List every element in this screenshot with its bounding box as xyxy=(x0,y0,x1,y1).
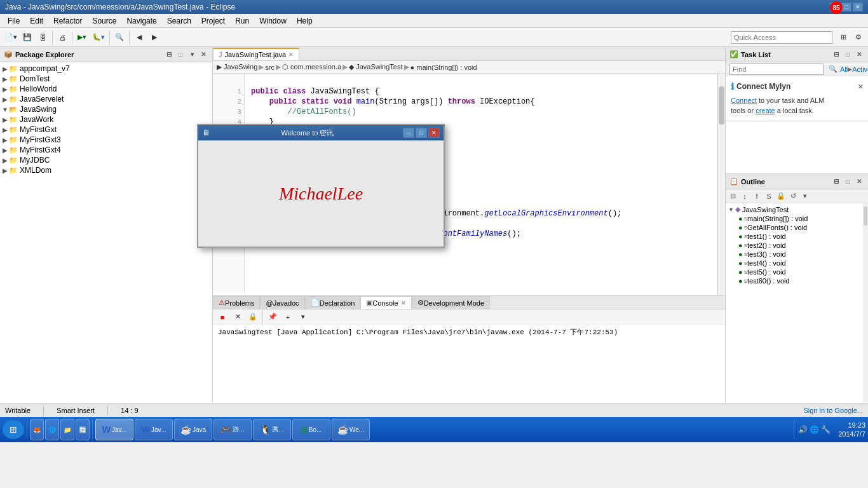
tree-item-domtest[interactable]: ▶ 📁 DomTest xyxy=(0,74,212,84)
console-new-button[interactable]: + xyxy=(281,310,295,324)
outline-hide-static[interactable]: S xyxy=(763,191,775,202)
menu-edit[interactable]: Edit xyxy=(25,15,48,27)
tab-devmode[interactable]: ⚙ Development Mode xyxy=(412,296,490,309)
tree-item-myfirstgxt3[interactable]: ▶ 📁 MyFirstGxt3 xyxy=(0,135,212,145)
breadcrumb-class[interactable]: ◆ JavaSwingTest xyxy=(349,63,402,71)
menu-navigate[interactable]: Navigate xyxy=(121,15,161,27)
outline-sort[interactable]: ↕ xyxy=(739,191,750,202)
task-find-input[interactable] xyxy=(729,64,824,75)
save-all-button[interactable]: 🗄 xyxy=(36,30,50,44)
task-all-label[interactable]: All xyxy=(840,65,848,73)
tree-item-javaservelet[interactable]: ▶ 📁 JavaServelet xyxy=(0,94,212,104)
task-minimize-button[interactable]: ⊟ xyxy=(831,50,841,60)
menu-window[interactable]: Window xyxy=(254,15,292,27)
outline-class-javaswingtest[interactable]: ▼ ◆ JavaSwingTest xyxy=(726,205,868,214)
outline-sync[interactable]: ↺ xyxy=(787,191,799,202)
tree-item-xmldom[interactable]: ▶ 📁 XMLDom xyxy=(0,165,212,175)
task-maximize-button[interactable]: □ xyxy=(843,50,853,60)
outline-method-main[interactable]: ● S main(String[]) : void xyxy=(726,214,868,223)
outline-scrollbar[interactable] xyxy=(863,203,868,403)
sign-in-google[interactable]: Sign in to Google... xyxy=(803,407,863,414)
menu-search[interactable]: Search xyxy=(162,15,196,27)
taskbar-java2[interactable]: 🎮 游... xyxy=(214,419,252,440)
tree-item-javawork[interactable]: ▶ 📁 JavaWork xyxy=(0,114,212,125)
taskbar-qq[interactable]: 🐧 腾... xyxy=(253,419,291,440)
taskbar-wps3[interactable]: B Bo... xyxy=(292,419,330,440)
outline-method-test3[interactable]: ● S test3() : void xyxy=(726,250,868,259)
breadcrumb-src[interactable]: src xyxy=(265,64,275,71)
tab-problems[interactable]: ⚠ Problems xyxy=(213,296,260,309)
run-button[interactable]: ▶▾ xyxy=(75,30,89,44)
next-edit-button[interactable]: ▶ xyxy=(147,30,161,44)
taskbar-files[interactable]: 📁 xyxy=(60,419,74,440)
task-close-button[interactable]: ✕ xyxy=(854,50,864,60)
outline-method-getallfons[interactable]: ● S GetAllFonts() : void xyxy=(726,223,868,232)
perspective-button[interactable]: ⊞ xyxy=(836,30,850,44)
outline-close-button[interactable]: ✕ xyxy=(854,177,864,187)
taskbar-eclipse[interactable]: ☕ Java xyxy=(174,419,212,440)
menu-file[interactable]: File xyxy=(3,15,25,27)
search-button[interactable]: 🔍 xyxy=(112,30,126,44)
maximize-panel-button[interactable]: □ xyxy=(175,50,186,60)
outline-method-test4[interactable]: ● S test4() : void xyxy=(726,259,868,268)
print-button[interactable]: 🖨 xyxy=(55,30,69,44)
close-panel-button[interactable]: ✕ xyxy=(198,50,208,60)
tree-item-helloworld[interactable]: ▶ 📁 HelloWorld xyxy=(0,84,212,94)
outline-method-test5[interactable]: ● S test5() : void xyxy=(726,268,868,276)
console-stop-button[interactable]: ■ xyxy=(215,310,229,324)
menu-project[interactable]: Project xyxy=(196,15,230,27)
maximize-button[interactable]: □ xyxy=(841,3,851,11)
dialog-maximize-button[interactable]: □ xyxy=(416,128,427,138)
menu-source[interactable]: Source xyxy=(87,15,121,27)
view-menu-button[interactable]: ▾ xyxy=(187,50,197,60)
breadcrumb-package[interactable]: ⬡ com.meession.a xyxy=(282,63,341,71)
outline-hide-fields[interactable]: f xyxy=(751,191,763,202)
outline-collapse-all[interactable]: ⊟ xyxy=(727,191,738,202)
editor-scrollbar[interactable] xyxy=(717,74,725,295)
console-scroll-lock-button[interactable]: 🔒 xyxy=(246,310,260,324)
outline-method-test60[interactable]: ● S test60() : void xyxy=(726,276,868,285)
editor-tab-javaswingtest[interactable]: J JavaSwingTest.java ✕ xyxy=(213,48,299,60)
minimize-panel-button[interactable]: ⊟ xyxy=(164,50,174,60)
tree-item-myfirstgxt4[interactable]: ▶ 📁 MyFirstGxt4 xyxy=(0,145,212,155)
taskbar-network[interactable]: 🌐 xyxy=(45,419,59,440)
console-pin-button[interactable]: 📌 xyxy=(266,310,280,324)
task-activate-label[interactable]: Activate... xyxy=(852,65,868,73)
breadcrumb-method[interactable]: ● main(String[]) : void xyxy=(410,64,477,71)
prev-edit-button[interactable]: ◀ xyxy=(132,30,146,44)
create-link[interactable]: create xyxy=(756,107,775,114)
tree-item-javaswing[interactable]: ▼ 📂 JavaSwing xyxy=(0,104,212,114)
menu-run[interactable]: Run xyxy=(230,15,254,27)
outline-hide-nonpublic[interactable]: 🔒 xyxy=(775,191,787,202)
taskbar-firefox[interactable]: 🦊 xyxy=(30,419,44,440)
tree-item-appcompat[interactable]: ▶ 📁 appcompat_v7 xyxy=(0,64,212,74)
console-clear-button[interactable]: ✕ xyxy=(231,310,245,324)
outline-method-test1[interactable]: ● S test1() : void xyxy=(726,232,868,241)
connect-link[interactable]: Connect xyxy=(731,97,757,104)
taskbar-wps2[interactable]: W Jav... xyxy=(135,419,173,440)
breadcrumb-javaswing[interactable]: ▶ JavaSwing xyxy=(217,63,257,71)
dialog-minimize-button[interactable]: ─ xyxy=(403,128,414,138)
tree-item-myfirstgxt[interactable]: ▶ 📁 MyFirstGxt xyxy=(0,125,212,135)
outline-view-menu[interactable]: ▾ xyxy=(799,191,811,202)
close-button[interactable]: ✕ xyxy=(853,3,863,11)
tab-console-close[interactable]: ✕ xyxy=(401,300,406,306)
tab-console[interactable]: ▣ Console ✕ xyxy=(360,296,411,309)
taskbar-update[interactable]: 🔄 xyxy=(76,419,90,440)
taskbar-wps1[interactable]: W Jav... xyxy=(95,419,133,440)
menu-help[interactable]: Help xyxy=(292,15,318,27)
tab-javadoc[interactable]: @ Javadoc xyxy=(260,296,304,309)
debug-button[interactable]: 🐛▾ xyxy=(90,30,107,44)
outline-method-test2[interactable]: ● S test2() : void xyxy=(726,241,868,250)
quick-access-input[interactable] xyxy=(731,31,832,44)
dialog-close-button[interactable]: ✕ xyxy=(428,128,440,138)
tab-close-javaswingtest[interactable]: ✕ xyxy=(288,51,294,58)
outline-minimize-button[interactable]: ⊟ xyxy=(831,177,841,187)
menu-refactor[interactable]: Refactor xyxy=(48,15,87,27)
settings-button[interactable]: ⚙ xyxy=(851,30,865,44)
taskbar-java3[interactable]: ☕ We... xyxy=(332,419,370,440)
tab-declaration[interactable]: 📄 Declaration xyxy=(305,296,361,309)
connect-mylyn-close[interactable]: ✕ xyxy=(858,83,863,90)
console-view-button[interactable]: ▾ xyxy=(296,310,310,324)
start-button[interactable]: ⊞ xyxy=(3,420,24,439)
